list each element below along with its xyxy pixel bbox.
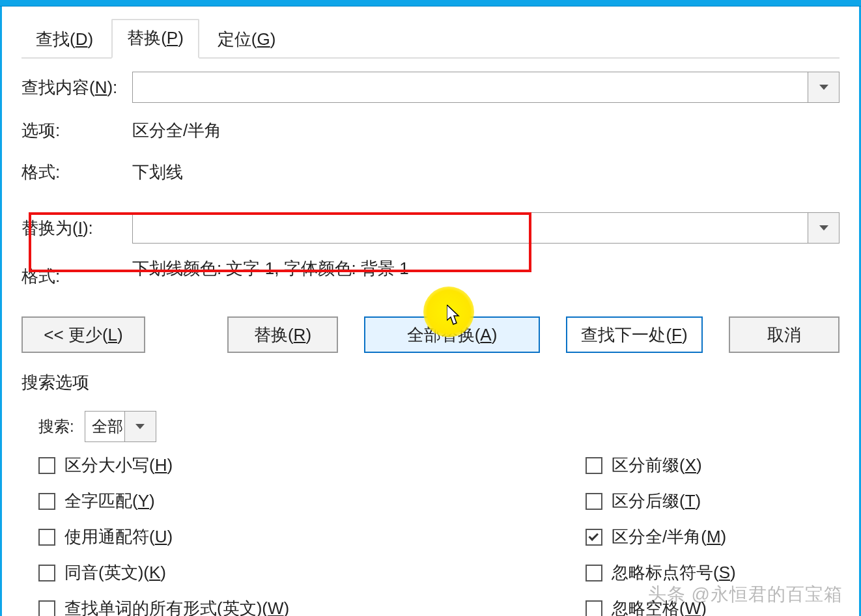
tab-goto-accel: G [257, 29, 270, 49]
checkbox-label: 查找单词的所有形式(英文)(W) [64, 597, 289, 616]
chevron-down-icon [819, 225, 828, 231]
options-right-column: 区分前缀(X)区分后缀(T)区分全/半角(M)忽略标点符号(S)忽略空格(W) [586, 454, 736, 616]
checkbox-box [38, 529, 55, 546]
replace-format-label: 格式: [21, 265, 132, 288]
find-dropdown-button[interactable] [808, 72, 839, 102]
option-left-checkbox-0[interactable]: 区分大小写(H) [38, 454, 586, 477]
tab-goto[interactable]: 定位(G) [203, 21, 290, 59]
tab-goto-pre: 定位( [218, 29, 257, 49]
chevron-down-icon [819, 85, 828, 90]
option-left-checkbox-3[interactable]: 同音(英文)(K) [38, 561, 586, 584]
checkbox-label: 区分全/半角(M) [612, 525, 726, 548]
cancel-button[interactable]: 取消 [729, 316, 840, 353]
chevron-down-icon [135, 424, 145, 429]
window-titlebar [0, 0, 861, 7]
search-direction-row: 搜索: 全部 [38, 411, 840, 442]
checkbox-box [38, 565, 55, 581]
option-right-checkbox-2[interactable]: 区分全/半角(M) [586, 525, 736, 548]
checkbox-label: 同音(英文)(K) [64, 561, 166, 584]
checkbox-box [586, 529, 602, 546]
option-left-checkbox-2[interactable]: 使用通配符(U) [38, 525, 586, 548]
option-right-checkbox-0[interactable]: 区分前缀(X) [586, 454, 736, 477]
tab-replace-accel: P [167, 28, 178, 48]
find-format-value: 下划线 [132, 161, 183, 184]
dialog-client-area: 查找(D) 替换(P) 定位(G) 查找内容(N): 选项: 区分全/半角 格式… [2, 7, 859, 616]
option-left-checkbox-1[interactable]: 全字匹配(Y) [38, 490, 586, 512]
find-label: 查找内容(N): [21, 76, 132, 99]
option-right-checkbox-3[interactable]: 忽略标点符号(S) [586, 561, 736, 584]
tab-find-pre: 查找( [36, 29, 76, 49]
checkbox-box [586, 457, 602, 474]
options-value: 区分全/半角 [132, 119, 221, 142]
button-row: << 更少(L) 替换(R) 全部替换(A) 查找下一处(F) 取消 [21, 316, 840, 353]
search-direction-select[interactable]: 全部 [85, 411, 156, 442]
find-format-label: 格式: [21, 161, 132, 184]
checkbox-box [38, 600, 55, 617]
tab-find-post: ) [87, 29, 93, 49]
replace-button[interactable]: 替换(R) [227, 316, 338, 353]
checkbox-label: 使用通配符(U) [64, 525, 173, 548]
find-input[interactable] [133, 72, 808, 102]
checkbox-label: 区分前缀(X) [612, 454, 702, 477]
option-right-checkbox-4[interactable]: 忽略空格(W) [586, 597, 736, 616]
options-left-column: 区分大小写(H)全字匹配(Y)使用通配符(U)同音(英文)(K)查找单词的所有形… [38, 454, 586, 616]
search-direction-dropdown[interactable] [124, 412, 156, 441]
replace-combobox[interactable] [132, 212, 840, 244]
tab-find[interactable]: 查找(D) [21, 21, 107, 59]
replace-dropdown-button[interactable] [808, 213, 839, 243]
tab-strip: 查找(D) 替换(P) 定位(G) [21, 20, 840, 59]
checkbox-label: 忽略空格(W) [612, 597, 707, 616]
find-combobox[interactable] [132, 72, 840, 103]
replace-all-button[interactable]: 全部替换(A) [364, 316, 540, 353]
option-left-checkbox-4[interactable]: 查找单词的所有形式(英文)(W) [38, 597, 586, 616]
replace-input[interactable] [133, 213, 808, 243]
checkbox-label: 全字匹配(Y) [64, 490, 155, 512]
replace-format-value: 下划线颜色: 文字 1, 字体颜色: 背景 1 [132, 257, 409, 280]
checkbox-label: 区分后缀(T) [612, 490, 701, 512]
find-next-button[interactable]: 查找下一处(F) [566, 316, 703, 353]
tab-replace-pre: 替换( [127, 28, 167, 48]
tab-goto-post: ) [270, 29, 276, 49]
replace-label: 替换为(I): [21, 217, 132, 240]
checkbox-box [38, 457, 55, 474]
tab-find-accel: D [76, 29, 88, 49]
checkbox-box [586, 600, 602, 617]
option-right-checkbox-1[interactable]: 区分后缀(T) [586, 490, 736, 512]
find-format-row: 格式: 下划线 [21, 158, 840, 186]
checkbox-label: 区分大小写(H) [64, 454, 173, 477]
replace-row: 替换为(I): [21, 212, 840, 244]
replace-format-row: 格式: 下划线颜色: 文字 1, 字体颜色: 背景 1 [21, 262, 840, 290]
search-options-grid: 区分大小写(H)全字匹配(Y)使用通配符(U)同音(英文)(K)查找单词的所有形… [38, 454, 840, 616]
checkbox-box [586, 565, 602, 581]
tab-replace-post: ) [178, 28, 184, 48]
search-direction-value: 全部 [85, 412, 124, 441]
tab-replace[interactable]: 替换(P) [111, 19, 199, 59]
search-options-label: 搜索选项 [21, 371, 840, 394]
options-row: 选项: 区分全/半角 [21, 116, 840, 145]
less-button[interactable]: << 更少(L) [21, 316, 145, 353]
checkbox-box [38, 493, 55, 510]
checkbox-label: 忽略标点符号(S) [612, 561, 736, 584]
check-icon [589, 531, 599, 541]
find-row: 查找内容(N): [21, 72, 840, 103]
checkbox-box [586, 493, 602, 510]
search-direction-label: 搜索: [38, 416, 74, 437]
options-label: 选项: [21, 119, 132, 142]
